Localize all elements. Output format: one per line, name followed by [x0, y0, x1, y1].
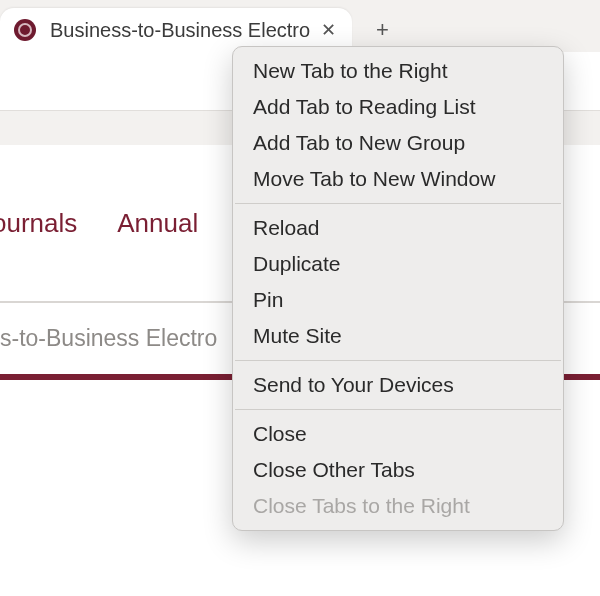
menu-add-new-group[interactable]: Add Tab to New Group: [233, 125, 563, 161]
close-icon[interactable]: ✕: [318, 19, 338, 41]
menu-close-tabs-right: Close Tabs to the Right: [233, 488, 563, 524]
menu-close[interactable]: Close: [233, 416, 563, 452]
favicon-icon: [14, 19, 36, 41]
menu-separator: [235, 409, 561, 410]
nav-item-journals[interactable]: ournals: [0, 208, 77, 239]
tab-context-menu: New Tab to the Right Add Tab to Reading …: [232, 46, 564, 531]
plus-icon[interactable]: +: [376, 17, 389, 43]
menu-send-devices[interactable]: Send to Your Devices: [233, 367, 563, 403]
tab-title: Business-to-Business Electro: [50, 19, 310, 42]
menu-move-new-window[interactable]: Move Tab to New Window: [233, 161, 563, 197]
menu-add-reading-list[interactable]: Add Tab to Reading List: [233, 89, 563, 125]
menu-duplicate[interactable]: Duplicate: [233, 246, 563, 282]
menu-reload[interactable]: Reload: [233, 210, 563, 246]
menu-new-tab-right[interactable]: New Tab to the Right: [233, 53, 563, 89]
menu-close-other-tabs[interactable]: Close Other Tabs: [233, 452, 563, 488]
menu-separator: [235, 203, 561, 204]
menu-pin[interactable]: Pin: [233, 282, 563, 318]
menu-mute-site[interactable]: Mute Site: [233, 318, 563, 354]
nav-item-annual[interactable]: Annual: [117, 208, 198, 239]
menu-separator: [235, 360, 561, 361]
tab-strip: Business-to-Business Electro ✕ +: [0, 0, 600, 52]
